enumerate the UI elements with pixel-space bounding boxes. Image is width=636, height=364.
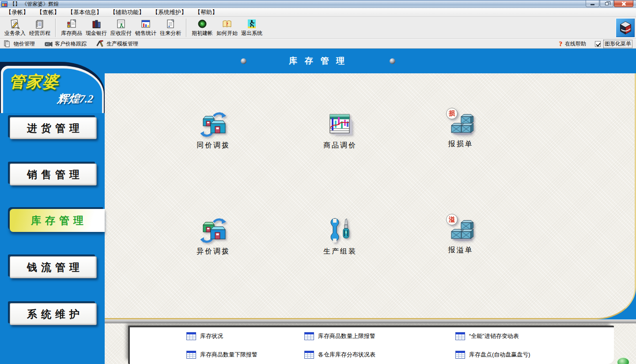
toolbar-label: 退出系统 <box>241 30 262 37</box>
table-icon <box>304 332 314 340</box>
report-label: 库存商品数量上限报警 <box>318 332 375 340</box>
app-icon <box>1 1 8 7</box>
report-inventory-status[interactable]: 库存状况 <box>186 332 223 340</box>
report-label: “全能”进销存变动表 <box>469 332 519 340</box>
feature-loss-report[interactable]: 损 报损单 <box>430 110 492 149</box>
notepad-pencil-icon <box>10 19 20 29</box>
table-icon <box>455 351 465 359</box>
menu-item-auxiliary[interactable]: 【辅助功能】 <box>106 8 148 16</box>
toolbar-label: 期初建帐 <box>192 30 213 37</box>
quick-toolbar: 物价管理 客户价格跟踪 生产模板管理 ? 在线帮助 图形化菜单 <box>0 39 636 49</box>
toolbar-cash-bank-button[interactable]: 现金银行 <box>84 18 109 38</box>
brand-name: 管家婆 <box>9 71 59 93</box>
toolbar-separator <box>186 19 187 37</box>
report-lower-limit-alarm[interactable]: 库存商品数量下限报警 <box>186 351 257 359</box>
analysis-document-icon <box>165 19 176 29</box>
production-template-label: 生产模板管理 <box>106 40 138 48</box>
price-manage-button[interactable]: 物价管理 <box>4 40 35 48</box>
loss-badge: 损 <box>446 108 458 119</box>
restore-icon <box>605 2 609 5</box>
toolbar-sales-stats-button[interactable]: 销售统计 <box>133 18 158 38</box>
toolbar-receivable-payable-button[interactable]: 应收应付 <box>109 18 133 38</box>
production-template-button[interactable]: 生产模板管理 <box>96 40 138 48</box>
toolbar-label: 如何开始 <box>216 30 238 37</box>
warehouse-transfer-icon <box>201 218 226 243</box>
sidebar-item-sales[interactable]: 销售管理 <box>10 163 97 186</box>
table-icon <box>304 351 314 359</box>
cash-bank-icon <box>91 19 102 29</box>
menu-item-system-maintain[interactable]: 【系统维护】 <box>148 8 191 16</box>
main-toolbar: 业务录入 经营历程 库存商品 <box>0 17 636 39</box>
menu-item-basic-info[interactable]: 【基本信息】 <box>64 8 106 16</box>
sidebar-item-system[interactable]: 系统维护 <box>10 303 97 325</box>
toolbar-label: 现金银行 <box>86 30 107 37</box>
table-icon <box>455 332 465 340</box>
receivable-person-icon <box>116 19 126 29</box>
customer-price-track-button[interactable]: 客户价格跟踪 <box>45 40 87 48</box>
feature-same-price-transfer[interactable]: 同价调拨 <box>182 112 244 150</box>
target-globe-icon <box>197 19 208 29</box>
ledger-book-icon <box>34 19 45 29</box>
feature-label: 异价调拨 <box>182 247 244 256</box>
report-label: 各仓库库存分布状况表 <box>318 351 375 359</box>
toolbar-how-to-start-button[interactable]: ? 如何开始 <box>215 18 239 38</box>
toolbar-contact-analysis-button[interactable]: 往来分析 <box>158 18 183 38</box>
report-label: 库存盘点(自动盘赢盘亏) <box>469 351 530 359</box>
sidebar-item-purchase[interactable]: 进货管理 <box>10 117 97 139</box>
warehouse-transfer-icon <box>201 112 226 137</box>
report-upper-limit-alarm[interactable]: 库存商品数量上限报警 <box>304 332 375 340</box>
overflow-badge: 溢 <box>446 214 458 225</box>
feature-label: 报溢单 <box>430 246 492 255</box>
sidebar-item-inventory[interactable]: 库存管理 <box>10 209 105 232</box>
sales-chart-icon <box>140 19 151 29</box>
feature-product-price-adjust[interactable]: 商品调价 <box>309 112 371 150</box>
menu-item-record[interactable]: 【录帐】 <box>2 8 33 16</box>
brand-version: 辉煌7.2 <box>57 91 94 106</box>
grasp-cube-logo <box>616 18 635 38</box>
help-book-icon: ? <box>222 19 232 29</box>
tools-icon <box>96 40 104 47</box>
toolbar-business-entry-button[interactable]: 业务录入 <box>3 18 27 38</box>
minimize-button[interactable] <box>586 0 599 7</box>
horizontal-divider <box>105 319 636 323</box>
close-button[interactable] <box>614 0 633 7</box>
online-help-button[interactable]: 在线帮助 <box>565 40 586 48</box>
report-label: 库存状况 <box>200 332 223 340</box>
page-title: 库 存 管 理 <box>289 55 347 67</box>
feature-diff-price-transfer[interactable]: 异价调拨 <box>182 218 244 256</box>
toolbar-label: 往来分析 <box>160 30 181 37</box>
toolbar-business-history-button[interactable]: 经营历程 <box>27 18 52 38</box>
menu-item-help[interactable]: 【帮助】 <box>191 8 222 16</box>
window-title: 【】 《管家婆》辉煌 <box>10 0 59 8</box>
graphic-menu-label[interactable]: 图形化菜单 <box>603 40 632 48</box>
toolbar-label: 应收应付 <box>110 30 132 37</box>
feature-label: 同价调拨 <box>182 141 244 150</box>
report-stocktake[interactable]: 库存盘点(自动盘赢盘亏) <box>455 351 530 359</box>
sidebar-item-cashflow[interactable]: 钱流管理 <box>10 256 97 278</box>
restore-button[interactable] <box>600 0 613 7</box>
main-area: 库 存 管 理 管家婆 辉煌7.2 进货管理 销售管理 库存管理 钱流管理 系统… <box>0 49 636 364</box>
toolbar-inventory-goods-button[interactable]: 库存商品 <box>59 18 84 38</box>
graphic-menu-checkbox[interactable] <box>595 41 601 47</box>
sphere-decoration-icon <box>390 58 395 64</box>
feature-label: 生产组装 <box>309 247 371 256</box>
report-label: 库存商品数量下限报警 <box>200 351 257 359</box>
report-all-in-one-change-table[interactable]: “全能”进销存变动表 <box>455 332 519 340</box>
svg-text:?: ? <box>226 21 228 27</box>
cube-icon <box>617 19 634 36</box>
toolbar-exit-system-button[interactable]: 退出系统 <box>239 18 264 38</box>
feature-label: 报损单 <box>430 140 492 149</box>
camera-icon <box>45 40 53 47</box>
price-manage-label: 物价管理 <box>14 40 35 48</box>
copy-pages-icon <box>4 40 11 47</box>
menu-bar: 【录帐】 【查帐】 【基本信息】 【辅助功能】 【系统维护】 【帮助】 <box>0 8 636 17</box>
toolbar-initial-account-button[interactable]: 期初建帐 <box>190 18 215 38</box>
toolbar-label: 库存商品 <box>61 30 82 37</box>
report-warehouse-distribution[interactable]: 各仓库库存分布状况表 <box>304 351 375 359</box>
titlebar: 【】 《管家婆》辉煌 <box>0 0 636 8</box>
sidebar: 管家婆 辉煌7.2 进货管理 销售管理 库存管理 钱流管理 系统维护 <box>0 49 105 364</box>
feature-overflow-report[interactable]: 溢 报溢单 <box>430 216 492 255</box>
feature-production-assembly[interactable]: 生产组装 <box>309 218 371 256</box>
menu-item-query[interactable]: 【查帐】 <box>33 8 64 16</box>
toolbar-label: 经营历程 <box>29 30 50 37</box>
